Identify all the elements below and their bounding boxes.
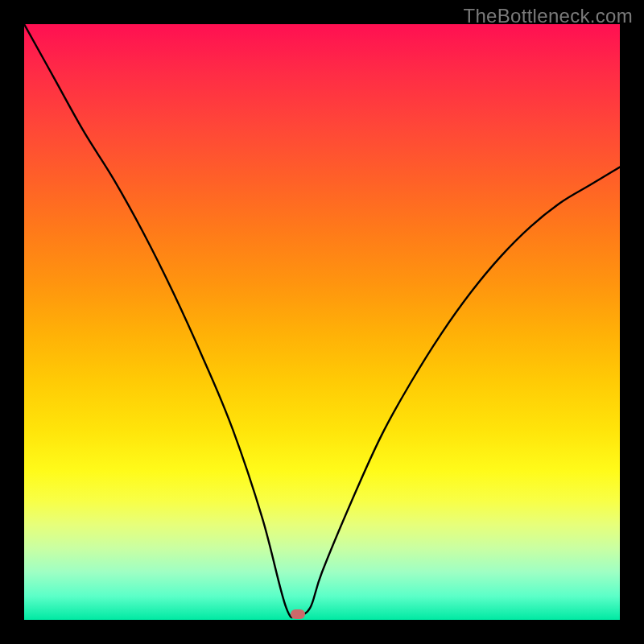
chart-frame: TheBottleneck.com bbox=[0, 0, 644, 644]
plot-area bbox=[24, 24, 620, 620]
bottleneck-curve bbox=[24, 24, 620, 620]
watermark-text: TheBottleneck.com bbox=[463, 5, 633, 27]
optimal-marker bbox=[291, 609, 305, 619]
